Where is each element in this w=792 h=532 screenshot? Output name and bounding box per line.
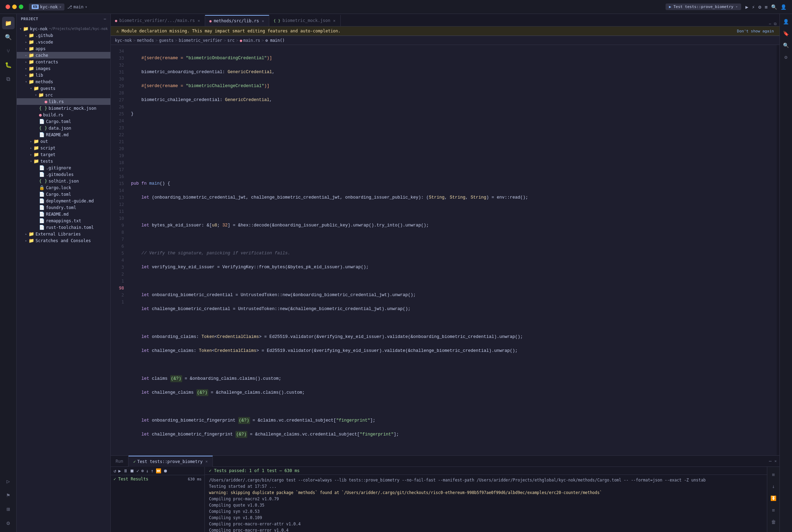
tree-item-remappings[interactable]: 📄 remappings.txt: [17, 217, 110, 224]
panel-down-icon[interactable]: ↓: [146, 468, 149, 473]
tree-item-images[interactable]: ▸ 📁 images: [17, 65, 110, 72]
activity-files[interactable]: 📁: [2, 17, 15, 29]
tree-item-cache[interactable]: ▸ 📁 cache: [17, 52, 110, 59]
settings-icon[interactable]: ⚙: [758, 4, 761, 10]
tab-methods-lib[interactable]: ● methods/src/lib.rs ✕: [205, 15, 269, 26]
tab-split-icon[interactable]: ⧉: [774, 22, 777, 26]
tree-item-src[interactable]: ▾ 📁 src: [17, 92, 110, 98]
tree-item-root[interactable]: ▾ 📁 kyc-nok ~/Projects/ethglobal/kyc-nok: [17, 25, 110, 32]
panel-tool-3[interactable]: ⏬: [769, 493, 778, 503]
panel-pause-icon[interactable]: ⏸: [123, 468, 128, 473]
tree-item-gitmodules[interactable]: 📄 .gitmodules: [17, 171, 110, 178]
tree-item-external-libs[interactable]: ▸ 📁 External Libraries: [17, 231, 110, 237]
minimize-button[interactable]: [12, 5, 17, 9]
tree-item-apps[interactable]: ▸ 📁 apps: [17, 45, 110, 52]
panel-tool-2[interactable]: ↓: [769, 481, 778, 491]
panel-test-check-icon: ✓: [133, 459, 136, 464]
tree-item-scratches[interactable]: ▸ 📁 Scratches and Consoles: [17, 237, 110, 244]
panel-tool-5[interactable]: 🗑: [769, 517, 778, 527]
tree-item-vscode[interactable]: ▸ 📁 .vscode: [17, 39, 110, 45]
tree-item-gitignore[interactable]: 📄 .gitignore: [17, 164, 110, 171]
panel-record-icon[interactable]: ⏺: [163, 468, 168, 473]
panel-tab-test[interactable]: ✓ Test tests::prove_biometry ✕: [129, 456, 213, 467]
branch-selector[interactable]: ⎇ main ▾: [67, 5, 87, 9]
panel-play-icon[interactable]: ▶: [118, 468, 121, 473]
tree-item-cargo-lock[interactable]: 🔒 Cargo.lock: [17, 184, 110, 191]
panel-output[interactable]: /Users/aridder/.cargo/bin/cargo test --c…: [205, 475, 767, 532]
maximize-button[interactable]: [19, 5, 23, 9]
close-button[interactable]: [6, 5, 10, 9]
activity-settings-bottom[interactable]: ⚙: [2, 517, 15, 529]
tree-item-foundry[interactable]: 📄 foundry.toml: [17, 204, 110, 211]
panel-close-icon[interactable]: ✕: [774, 459, 777, 463]
bc-guests[interactable]: guests: [159, 38, 174, 43]
tree-item-github[interactable]: ▸ 📁 .github: [17, 32, 110, 39]
tree-item-data-json[interactable]: { } data.json: [17, 125, 110, 131]
panel-tool-1[interactable]: ≡: [769, 470, 778, 479]
tree-item-guests[interactable]: ▾ 📁 guests: [17, 85, 110, 92]
tree-item-librs[interactable]: ● lib.rs: [17, 98, 110, 105]
tab-close-verifier[interactable]: ✕: [197, 18, 201, 23]
tab-biometric-verifier[interactable]: ● biometric_verifier/.../main.rs ✕: [111, 15, 205, 26]
bc-mainrs[interactable]: ●main.rs: [240, 38, 260, 43]
activity-search[interactable]: 🔍: [2, 31, 15, 43]
tab-options-icon[interactable]: ⋯: [769, 22, 771, 26]
tab-biometric-mock[interactable]: { } biometric_mock.json ✕: [269, 15, 341, 26]
bc-methods[interactable]: methods: [137, 38, 154, 43]
tree-item-cargo-toml-root[interactable]: 📄 Cargo.toml: [17, 191, 110, 198]
tab-close-lib[interactable]: ✕: [261, 18, 265, 24]
activity-terminal[interactable]: ⊞: [2, 503, 15, 515]
panel-tab-run[interactable]: Run: [111, 456, 129, 467]
panel-up-icon[interactable]: ↑: [151, 468, 154, 473]
tree-item-deploy-guide[interactable]: 📄 deployment-guide.md: [17, 198, 110, 204]
tree-item-readme-root[interactable]: 📄 README.md: [17, 211, 110, 217]
tree-item-cargo-toml[interactable]: 📄 Cargo.toml: [17, 118, 110, 125]
panel-add-icon[interactable]: ⊕: [141, 468, 144, 473]
activity-extensions[interactable]: ⧉: [2, 72, 15, 85]
tree-item-rust-toolchain[interactable]: 📄 rust-toolchain.toml: [17, 224, 110, 231]
tree-item-methods[interactable]: ▾ 📁 methods: [17, 78, 110, 85]
tree-item-out[interactable]: ▸ 📁 out: [17, 138, 110, 145]
search-icon[interactable]: 🔍: [771, 4, 777, 10]
panel-ff-icon[interactable]: ⏩: [156, 468, 161, 473]
tree-item-lib[interactable]: ▸ 📁 lib: [17, 72, 110, 78]
ra-icon-1[interactable]: 👤: [781, 17, 791, 26]
tree-item-script[interactable]: ▸ 📁 script: [17, 145, 110, 151]
bc-kyc-nok[interactable]: kyc-nok: [115, 38, 132, 43]
activity-run[interactable]: ▷: [2, 475, 15, 487]
dont-show-button[interactable]: Don't show again: [737, 29, 774, 33]
tree-item-buildrs[interactable]: ● build.rs: [17, 111, 110, 118]
tree-item-readme-guests[interactable]: 📄 README.md: [17, 131, 110, 138]
activity-debug[interactable]: 🐛: [2, 59, 15, 71]
run-icon[interactable]: ▶: [745, 4, 748, 10]
tree-item-solhint[interactable]: { } solhint.json: [17, 178, 110, 184]
sidebar-options-icon[interactable]: ⋯: [104, 17, 106, 21]
tree-item-target[interactable]: ▸ 📁 target: [17, 151, 110, 158]
panel-tab-test-close[interactable]: ✕: [205, 459, 208, 464]
activity-git[interactable]: ⑂: [2, 45, 15, 57]
tree-item-tests[interactable]: ▾ 📁 tests: [17, 158, 110, 164]
tree-item-contracts[interactable]: ▸ 📁 contracts: [17, 59, 110, 65]
account-icon[interactable]: 👤: [781, 4, 786, 10]
bc-src[interactable]: src: [227, 38, 235, 43]
panel-rerun-icon[interactable]: ↺: [114, 468, 116, 473]
debug-icon[interactable]: ⚡: [752, 4, 755, 10]
panel-stop-icon[interactable]: ⏹: [130, 468, 134, 473]
toml-icon-foundry: 📄: [39, 205, 45, 210]
ra-icon-2[interactable]: 🔖: [781, 29, 791, 38]
panel-tool-4[interactable]: ≡: [769, 505, 778, 515]
panel-toolbar: ↺ ▶ ⏸ ⏹ ✓ ⊕ ↓ ↑ ⏩ ⏺: [111, 467, 204, 475]
project-badge[interactable]: KN kyc-nok ▾: [29, 3, 64, 10]
ra-icon-4[interactable]: ⚙: [781, 52, 791, 62]
bc-biometric-verifier[interactable]: biometric_verifier: [179, 38, 222, 43]
run-configuration[interactable]: ▶ Test tests::prove_biometry ▾: [666, 3, 741, 10]
menu-icon[interactable]: ≡: [765, 4, 768, 10]
bc-main-fn[interactable]: ⚙ main(): [265, 38, 285, 43]
activity-bookmark[interactable]: ⚑: [2, 489, 15, 501]
ra-icon-3[interactable]: 🔍: [781, 40, 791, 50]
tab-close-mock[interactable]: ✕: [332, 18, 336, 23]
tree-item-mock-json[interactable]: { } biometric_mock.json: [17, 105, 110, 111]
panel-options-icon[interactable]: ⋯: [769, 458, 772, 464]
code-content[interactable]: #[serde(rename = "biometricOnboardingCre…: [128, 45, 777, 455]
panel-check-icon[interactable]: ✓: [137, 468, 139, 473]
